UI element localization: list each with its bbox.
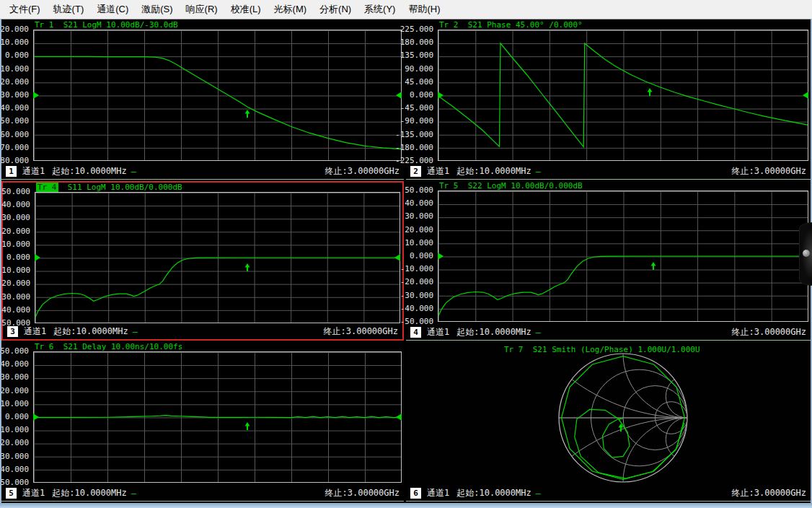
panel-tr2-s21-phase[interactable]: Tr 2 S21 Phase 45.00° /0.000° 225.000180… [406,20,811,180]
channel-status-bar: 3 通道1 起始:10.0000MHz — 终止:3.00000GHz [3,324,402,339]
panel-tr1-s21-logm[interactable]: Tr 1 S21 LogM 10.00dB/-30.0dB 20.00010.0… [1,20,404,180]
window-number-badge: 6 [410,488,421,499]
y-tick-label: -10.000 [0,266,30,275]
trace-measure-label: S21 LogM 10.00dB/-30.0dB [54,20,178,30]
y-tick-label: 180.000 [400,38,433,47]
marker-arrow[interactable] [650,259,656,267]
y-tick-label: -70.000 [0,143,29,152]
y-tick-label: 50.000 [405,185,433,195]
y-tick-label: 40.000 [405,198,433,208]
menu-item-cal[interactable]: 校准(L) [224,1,268,18]
y-tick-label: 10.000 [0,399,29,408]
y-tick-label: -20.000 [400,277,433,286]
plot-area [438,30,808,161]
ref-level-arrow-right[interactable] [803,92,808,99]
trace-header: Tr 4 S11 LogM 10.00dB/0.000dB [36,183,182,192]
window-number-badge: 5 [6,488,17,499]
sweep-indicator: — [133,327,138,337]
y-axis-labels: 225.000180.000135.00090.00045.0000.000-4… [406,30,436,161]
y-tick-label: 10.000 [1,240,30,249]
menu-item-system[interactable]: 系统(Y) [358,1,402,18]
y-tick-label: 225.000 [400,25,433,34]
ref-level-arrow-left[interactable] [438,253,443,260]
handle-grip-dot [803,250,810,257]
menu-item-channel[interactable]: 通道(C) [90,1,135,18]
start-frequency: 起始:10.0000MHz [456,326,531,338]
channel-label: 通道1 [427,165,449,178]
y-tick-label: -40.000 [0,305,30,315]
window-number-badge: 4 [410,327,421,338]
y-tick-label: -45.000 [400,103,433,113]
trace-header: Tr 5 S22 LogM 10.00dB/0.000dB [439,181,583,190]
menu-item-marker[interactable]: 光标(M) [268,1,314,18]
menu-item-file[interactable]: 文件(F) [3,1,47,18]
trace-label: Tr 7 [504,345,524,354]
active-trace-label[interactable]: Tr 4 [36,183,58,192]
y-tick-label: -30.000 [0,452,29,461]
ref-level-arrow-left[interactable] [438,92,443,99]
trace-plot [438,30,808,160]
start-frequency: 起始:10.0000MHz [456,487,531,499]
trace-measure-label: S22 LogM 10.00dB/0.000dB [459,181,583,190]
y-tick-label: -135.000 [395,130,433,139]
ref-level-arrow-left[interactable] [33,413,39,421]
y-tick-label: 30.000 [0,372,29,382]
marker-arrow[interactable] [244,260,250,268]
channel-status-bar: 4 通道1 起始:10.0000MHz — 终止:3.00000GHz [406,325,811,340]
panel-tr4-s11-logm-selected[interactable]: Tr 4 S11 LogM 10.00dB/0.000dB 50.00040.0… [1,181,404,341]
marker-arrow[interactable] [244,107,250,115]
ref-level-arrow-right[interactable] [396,413,402,421]
marker-arrow[interactable] [244,419,250,427]
plot-area [33,351,402,483]
y-tick-label: -20.000 [0,279,30,288]
stop-frequency: 终止:3.00000GHz [324,325,398,338]
sidebar-slide-handle[interactable] [799,222,812,286]
y-tick-label: 135.000 [400,51,433,60]
ref-level-arrow-left[interactable] [35,254,40,261]
trace-measure-label: S21 Phase 45.00° /0.000° [459,20,583,30]
channel-label: 通道1 [22,165,45,178]
y-tick-label: 30.000 [405,211,433,221]
channel-label: 通道1 [427,326,449,338]
panel-tr6-s21-delay[interactable]: Tr 6 S21 Delay 10.00ns/10.00fs 50.00040.… [1,342,404,502]
plot-area [33,30,402,161]
menu-item-analysis[interactable]: 分析(N) [313,1,358,18]
stop-frequency: 终止:3.00000GHz [732,326,806,338]
y-tick-label: -30.000 [0,90,29,100]
y-tick-label: -40.000 [0,103,29,113]
marker-arrow[interactable] [647,85,653,93]
window-number-badge: 3 [7,326,18,337]
ref-level-arrow-left[interactable] [33,92,39,99]
start-frequency: 起始:10.0000MHz [52,487,126,499]
menu-item-response[interactable]: 响应(R) [180,1,224,18]
trace-plot [34,352,401,482]
panel-tr7-s21-smith[interactable]: Tr 7 S21 Smith (Log/Phase) 1.000U/1.000U… [406,342,811,502]
y-axis-labels: 50.00040.00030.00020.00010.0000.000-10.0… [406,190,436,322]
channel-label: 通道1 [24,325,46,338]
vna-application-window: 文件(F) 轨迹(T) 通道(C) 激励(S) 响应(R) 校准(L) 光标(M… [0,0,812,508]
sweep-indicator: — [131,489,136,499]
menu-item-trace[interactable]: 轨迹(T) [47,1,91,18]
menu-item-help[interactable]: 帮助(H) [402,1,446,18]
start-frequency: 起始:10.0000MHz [52,165,126,178]
y-tick-label: 45.000 [405,77,433,87]
ref-level-arrow-right[interactable] [394,254,400,261]
trace-label: Tr 2 [439,20,459,30]
y-tick-label: -10.000 [400,264,433,273]
window-number-badge: 1 [6,166,17,177]
marker-arrow[interactable] [618,421,624,429]
start-frequency: 起始:10.0000MHz [456,165,531,178]
menu-item-stimulus[interactable]: 激励(S) [135,1,179,18]
channel-status-bar: 6 通道1 起始:10.0000MHz — 终止:3.00000GHz [406,486,811,501]
sweep-indicator: — [536,167,541,177]
y-tick-label: -60.000 [0,130,29,139]
ref-level-arrow-right[interactable] [396,92,402,99]
plot-area [438,190,808,322]
y-tick-label: -50.000 [0,116,29,126]
trace-plot [438,191,808,321]
y-tick-label: -30.000 [400,291,433,300]
trace-label: Tr 6 [35,342,54,351]
panel-tr5-s22-logm[interactable]: Tr 5 S22 LogM 10.00dB/0.000dB 50.00040.0… [406,181,811,341]
stop-frequency: 终止:3.00000GHz [325,165,400,178]
y-axis-labels: 20.00010.0000.000-10.000-20.000-30.000-4… [1,30,31,161]
